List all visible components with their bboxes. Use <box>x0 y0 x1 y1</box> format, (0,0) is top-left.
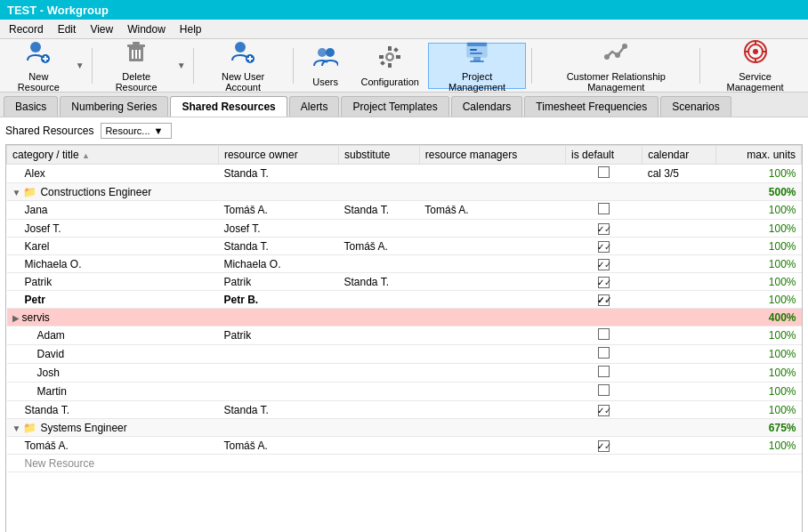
col-header-calendar: calendar <box>642 146 716 165</box>
tab-numbering-series[interactable]: Numbering Series <box>60 96 168 117</box>
new-resource-button[interactable]: New Resource <box>4 43 74 89</box>
cell-owner: Patrik <box>218 326 338 345</box>
checkbox[interactable] <box>598 166 610 178</box>
table-row[interactable]: ▼📁Systems Engineer675% <box>7 419 802 437</box>
table-row[interactable]: New Resource <box>7 455 802 472</box>
checkbox[interactable] <box>598 347 610 359</box>
cell-is-default[interactable] <box>566 326 642 345</box>
checkbox[interactable]: ✓ <box>598 241 610 253</box>
new-resource-arrow[interactable]: ▼ <box>74 43 86 89</box>
cell-is-default[interactable]: ✓ <box>566 255 642 273</box>
cell-calendar <box>642 455 716 472</box>
cell-owner: Josef T. <box>218 220 338 238</box>
cell-is-default[interactable] <box>566 201 642 220</box>
col-header-category[interactable]: category / title ▲ <box>7 146 219 165</box>
delete-resource-group: Delete Resource ▼ <box>98 43 188 89</box>
menu-view[interactable]: View <box>85 21 118 37</box>
cell-is-default[interactable] <box>566 345 642 364</box>
table-row[interactable]: Tomáš A.Tomáš A.✓100% <box>7 437 802 455</box>
table-row[interactable]: Standa T.Standa T.✓100% <box>7 401 802 419</box>
table-row[interactable]: Martin100% <box>7 383 802 401</box>
cell-managers <box>419 419 565 437</box>
table-row[interactable]: David100% <box>7 345 802 364</box>
new-user-account-label: New User Account <box>208 71 279 93</box>
col-header-default: is default <box>566 146 642 165</box>
checkbox[interactable] <box>598 366 610 377</box>
svg-rect-17 <box>388 63 392 68</box>
tab-basics[interactable]: Basics <box>4 96 58 117</box>
table-row[interactable]: Josef T.Josef T.✓100% <box>7 220 802 238</box>
crm-icon <box>603 39 628 69</box>
table-row[interactable]: Josh100% <box>7 364 802 383</box>
cell-is-default[interactable]: ✓ <box>566 273 642 291</box>
svg-rect-27 <box>470 52 482 54</box>
service-management-button[interactable]: Service Management <box>706 43 804 89</box>
expand-icon[interactable]: ▼ <box>12 423 21 433</box>
svg-point-0 <box>30 42 41 52</box>
cell-is-default[interactable] <box>566 183 642 201</box>
new-resource-group: New Resource ▼ <box>4 43 86 89</box>
cell-is-default[interactable]: ✓ <box>566 238 642 255</box>
cell-is-default[interactable]: ✓ <box>566 291 642 309</box>
shared-resources-dropdown[interactable]: Resourc... ▼ <box>101 123 172 139</box>
cell-is-default[interactable] <box>566 419 642 437</box>
table-row[interactable]: PatrikPatrikStanda T.✓100% <box>7 273 802 291</box>
cell-is-default[interactable]: ✓ <box>566 220 642 238</box>
cell-owner <box>218 455 338 472</box>
cell-category: Josef T. <box>7 220 219 238</box>
cell-calendar <box>642 220 716 238</box>
table-row[interactable]: ▶servis400% <box>7 309 802 326</box>
expand-icon[interactable]: ▶ <box>12 313 20 323</box>
configuration-button[interactable]: Configuration <box>356 43 424 89</box>
menu-window[interactable]: Window <box>122 21 171 37</box>
checkbox[interactable] <box>598 203 610 214</box>
cell-managers <box>419 383 565 401</box>
menu-record[interactable]: Record <box>4 21 49 37</box>
tab-project-templates[interactable]: Project Templates <box>341 96 448 117</box>
checkbox[interactable]: ✓ <box>598 294 610 306</box>
delete-resource-button[interactable]: Delete Resource <box>98 43 175 89</box>
checkbox[interactable]: ✓ <box>598 277 610 288</box>
table-row[interactable]: KarelStanda T.Tomáš A.✓100% <box>7 238 802 255</box>
row-name: Martin <box>37 385 67 398</box>
cell-is-default[interactable]: ✓ <box>566 401 642 419</box>
delete-resource-arrow[interactable]: ▼ <box>175 43 188 89</box>
menu-help[interactable]: Help <box>174 21 207 37</box>
cell-is-default[interactable] <box>566 455 642 472</box>
checkbox[interactable]: ✓ <box>598 259 610 270</box>
expand-icon[interactable]: ▼ <box>12 188 21 197</box>
tab-calendars[interactable]: Calendars <box>451 96 523 117</box>
tab-scenarios[interactable]: Scenarios <box>660 96 731 117</box>
row-name: Josef T. <box>25 222 61 235</box>
cell-is-default[interactable] <box>566 364 642 383</box>
new-user-account-button[interactable]: New User Account <box>199 43 287 89</box>
checkbox[interactable]: ✓ <box>598 440 610 452</box>
table-row[interactable]: JanaTomáš A.Standa T.Tomáš A.100% <box>7 201 802 220</box>
svg-rect-26 <box>470 49 477 51</box>
table-row[interactable]: Michaela O.Michaela O.✓100% <box>7 255 802 273</box>
tab-timesheet-frequencies[interactable]: Timesheet Frequencies <box>524 96 659 117</box>
cell-substitute <box>339 401 420 419</box>
cell-is-default[interactable] <box>566 165 642 183</box>
checkbox[interactable] <box>598 384 610 396</box>
table-row[interactable]: AlexStanda T.cal 3/5100% <box>7 165 802 183</box>
project-management-button[interactable]: Project Management <box>428 43 527 89</box>
svg-rect-5 <box>127 44 145 47</box>
cell-is-default[interactable] <box>566 309 642 326</box>
tab-alerts[interactable]: Alerts <box>289 96 340 117</box>
checkbox[interactable]: ✓ <box>598 405 610 416</box>
crm-button[interactable]: Customer Relationship Management <box>537 43 694 89</box>
cell-category: New Resource <box>7 455 219 472</box>
cell-is-default[interactable]: ✓ <box>566 437 642 455</box>
sep2 <box>193 48 194 84</box>
checkbox[interactable]: ✓ <box>598 223 610 235</box>
cell-is-default[interactable] <box>566 383 642 401</box>
table-row[interactable]: AdamPatrik100% <box>7 326 802 345</box>
table-row[interactable]: ▼📁Constructions Engineer500% <box>7 183 802 201</box>
users-button[interactable]: Users <box>299 43 352 89</box>
menu-edit[interactable]: Edit <box>53 21 82 37</box>
table-row[interactable]: PetrPetr B.✓100% <box>7 291 802 309</box>
cell-substitute <box>339 437 420 455</box>
checkbox[interactable] <box>598 328 610 340</box>
tab-shared-resources[interactable]: Shared Resources <box>170 96 287 117</box>
